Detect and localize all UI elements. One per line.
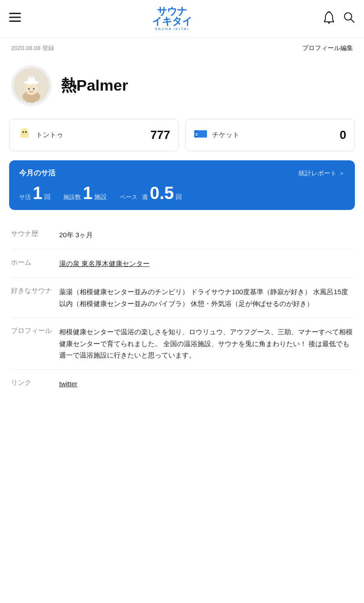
info-row-profile: プロフィール 相模健康センターで温浴の楽しさを知り、ロウリュウ、アウフグース、三… — [11, 318, 353, 370]
registered-date: 2020.08.08 登録 — [11, 44, 54, 52]
info-table: サウナ歴 20年 3ヶ月 ホーム 湯の泉 東名厚木健康センター 好きなサウナ 薬… — [0, 221, 364, 398]
sakatsu-stat: サ活 1 回 — [19, 184, 51, 202]
info-row-home: ホーム 湯の泉 東名厚木健康センター — [11, 250, 353, 278]
search-button[interactable] — [343, 11, 355, 26]
svg-text:ＰＡＬ: ＰＡＬ — [25, 100, 35, 104]
tonton-label: トントゥ — [36, 131, 146, 139]
tonton-value: 777 — [151, 128, 170, 142]
site-logo[interactable]: サウナ イキタイ SAUNA IKITAI — [152, 6, 192, 31]
info-row-sauna-history: サウナ歴 20年 3ヶ月 — [11, 221, 353, 250]
activity-banner: 今月のサ活 統計レポート ＞ サ活 1 回 施設数 1 施設 ペース 週 0.5… — [9, 160, 355, 210]
facilities-count: 1 — [83, 184, 92, 202]
svg-rect-1 — [9, 17, 21, 18]
ticket-card[interactable]: S チケット 0 — [185, 119, 355, 151]
profile-section: ＰＡＬ 熱Palmer — [0, 56, 364, 119]
info-row-favorite-sauna: 好きなサウナ 薬湯（相模健康センター並みのチンピリ） ドライサウナ100度基準（… — [11, 278, 353, 318]
info-row-link: リンク twitter — [11, 370, 353, 398]
svg-point-12 — [28, 76, 35, 78]
pace-sub: 週 — [142, 193, 148, 201]
value-home[interactable]: 湯の泉 東名厚木健康センター — [59, 258, 353, 270]
edit-profile-link[interactable]: プロフィール編集 — [302, 44, 353, 52]
facilities-unit: 施設 — [94, 193, 107, 201]
facilities-label: 施設数 — [63, 193, 81, 201]
label-profile: プロフィール — [11, 326, 52, 335]
username: 熱Palmer — [61, 75, 128, 96]
meta-bar: 2020.08.08 登録 プロフィール編集 — [0, 38, 364, 56]
sakatsu-count: 1 — [33, 184, 42, 202]
svg-rect-23 — [197, 130, 207, 138]
ticket-value: 0 — [340, 128, 346, 142]
svg-point-18 — [22, 131, 24, 133]
value-profile: 相模健康センターで温浴の楽しさを知り、ロウリュウ、アウフグース、三助、マナーすべ… — [59, 326, 353, 361]
svg-line-6 — [351, 19, 354, 22]
activity-report-link[interactable]: 統計レポート ＞ — [298, 169, 345, 178]
value-link[interactable]: twitter — [59, 378, 353, 390]
value-favorite-sauna: 薬湯（相模健康センター並みのチンピリ） ドライサウナ100度基準（静寂が好き） … — [59, 286, 353, 309]
label-favorite-sauna: 好きなサウナ — [11, 286, 52, 295]
stats-row: トントゥ 777 S チケット 0 — [0, 119, 364, 160]
facilities-stat: 施設数 1 施設 — [63, 184, 107, 202]
notifications-button[interactable] — [323, 11, 335, 26]
label-sauna-history: サウナ歴 — [11, 229, 52, 238]
label-link: リンク — [11, 378, 52, 387]
activity-header: 今月のサ活 統計レポート ＞ — [19, 169, 345, 178]
ticket-icon: S — [194, 128, 207, 142]
svg-point-19 — [25, 131, 27, 133]
pace-label: ペース — [120, 193, 137, 201]
sakatsu-unit: 回 — [44, 193, 51, 201]
svg-point-14 — [33, 88, 35, 90]
label-home: ホーム — [11, 258, 52, 267]
header-icons — [323, 11, 355, 26]
avatar: ＰＡＬ — [11, 65, 52, 106]
svg-point-3 — [328, 22, 330, 24]
pace-value: 0.5 — [150, 184, 174, 202]
pace-stat: ペース 週 0.5 回 — [120, 184, 182, 202]
header: サウナ イキタイ SAUNA IKITAI — [0, 0, 364, 38]
pace-unit: 回 — [176, 193, 182, 201]
tonton-icon — [18, 127, 31, 143]
value-sauna-history: 20年 3ヶ月 — [59, 229, 353, 241]
logo-subtitle: SAUNA IKITAI — [155, 27, 189, 31]
svg-rect-0 — [9, 13, 21, 14]
svg-rect-2 — [9, 20, 21, 22]
sakatsu-label: サ活 — [19, 193, 31, 201]
tonton-card[interactable]: トントゥ 777 — [9, 119, 179, 151]
svg-point-13 — [28, 88, 30, 90]
hamburger-menu-button[interactable] — [9, 13, 21, 25]
activity-title: 今月のサ活 — [19, 169, 56, 178]
activity-stats: サ活 1 回 施設数 1 施設 ペース 週 0.5 回 — [19, 184, 345, 202]
ticket-label: チケット — [212, 131, 335, 139]
